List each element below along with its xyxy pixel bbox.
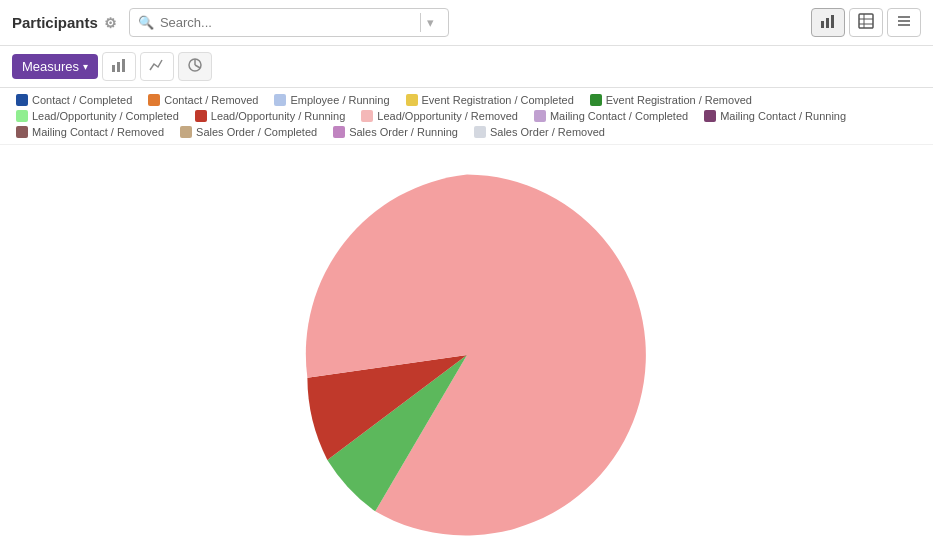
legend-label: Lead/Opportunity / Completed: [32, 110, 179, 122]
legend-item: Sales Order / Running: [333, 126, 458, 138]
legend-color: [590, 94, 602, 106]
top-bar: Participants ⚙ 🔍 ▾: [0, 0, 933, 46]
legend-label: Contact / Completed: [32, 94, 132, 106]
page-title: Participants ⚙: [12, 14, 117, 31]
search-icon: 🔍: [138, 15, 154, 30]
bar-chart-icon: [111, 57, 127, 73]
legend-label: Contact / Removed: [164, 94, 258, 106]
legend-label: Mailing Contact / Removed: [32, 126, 164, 138]
legend-color: [534, 110, 546, 122]
legend-color: [180, 126, 192, 138]
gear-icon[interactable]: ⚙: [104, 15, 117, 31]
bar-chart-button[interactable]: [102, 52, 136, 81]
legend-label: Event Registration / Removed: [606, 94, 752, 106]
view-controls: [811, 8, 921, 37]
list-icon: [896, 13, 912, 29]
search-bar: 🔍 ▾: [129, 8, 449, 37]
legend-item: Sales Order / Completed: [180, 126, 317, 138]
pie-svg: [277, 165, 657, 545]
legend-label: Sales Order / Running: [349, 126, 458, 138]
legend-item: Contact / Completed: [16, 94, 132, 106]
legend-label: Sales Order / Removed: [490, 126, 605, 138]
legend-item: Lead/Opportunity / Running: [195, 110, 346, 122]
legend-label: Mailing Contact / Running: [720, 110, 846, 122]
table-icon: [858, 13, 874, 29]
chart-area: [0, 145, 933, 560]
view-list-button[interactable]: [887, 8, 921, 37]
pie-slice-other: [305, 175, 466, 378]
legend-color: [148, 94, 160, 106]
legend-item: Sales Order / Removed: [474, 126, 605, 138]
legend-label: Mailing Contact / Completed: [550, 110, 688, 122]
legend-color: [704, 110, 716, 122]
svg-rect-0: [821, 21, 824, 28]
legend-item: Contact / Removed: [148, 94, 258, 106]
legend-color: [16, 126, 28, 138]
legend-label: Employee / Running: [290, 94, 389, 106]
view-chart-button[interactable]: [811, 8, 845, 37]
legend-color: [333, 126, 345, 138]
svg-rect-2: [831, 15, 834, 28]
measures-arrow-icon: ▾: [83, 61, 88, 72]
legend-color: [406, 94, 418, 106]
pie-chart-button[interactable]: [178, 52, 212, 81]
search-input[interactable]: [160, 15, 410, 30]
legend-item: Mailing Contact / Running: [704, 110, 846, 122]
legend-color: [274, 94, 286, 106]
svg-rect-10: [112, 65, 115, 72]
pie-chart-icon: [187, 57, 203, 73]
legend-item: Event Registration / Completed: [406, 94, 574, 106]
measures-label: Measures: [22, 59, 79, 74]
toolbar: Measures ▾: [0, 46, 933, 88]
legend-color: [16, 110, 28, 122]
legend-label: Event Registration / Completed: [422, 94, 574, 106]
title-text: Participants: [12, 14, 98, 31]
svg-rect-12: [122, 59, 125, 72]
legend-label: Lead/Opportunity / Removed: [377, 110, 518, 122]
measures-button[interactable]: Measures ▾: [12, 54, 98, 79]
legend-item: Employee / Running: [274, 94, 389, 106]
chart-icon: [820, 13, 836, 29]
legend-item: Lead/Opportunity / Removed: [361, 110, 518, 122]
pie-chart: [277, 165, 657, 545]
legend-item: Lead/Opportunity / Completed: [16, 110, 179, 122]
view-table-button[interactable]: [849, 8, 883, 37]
legend-item: Event Registration / Removed: [590, 94, 752, 106]
svg-rect-11: [117, 62, 120, 72]
svg-line-15: [195, 65, 200, 68]
svg-rect-3: [859, 14, 873, 28]
legend-color: [195, 110, 207, 122]
legend-area: Contact / Completed Contact / Removed Em…: [0, 88, 933, 145]
legend-label: Lead/Opportunity / Running: [211, 110, 346, 122]
legend-color: [361, 110, 373, 122]
legend-color: [474, 126, 486, 138]
line-chart-button[interactable]: [140, 52, 174, 81]
search-dropdown-icon[interactable]: ▾: [420, 13, 440, 32]
legend-label: Sales Order / Completed: [196, 126, 317, 138]
svg-rect-1: [826, 18, 829, 28]
legend-item: Mailing Contact / Removed: [16, 126, 164, 138]
legend-color: [16, 94, 28, 106]
line-chart-icon: [149, 57, 165, 73]
legend-item: Mailing Contact / Completed: [534, 110, 688, 122]
